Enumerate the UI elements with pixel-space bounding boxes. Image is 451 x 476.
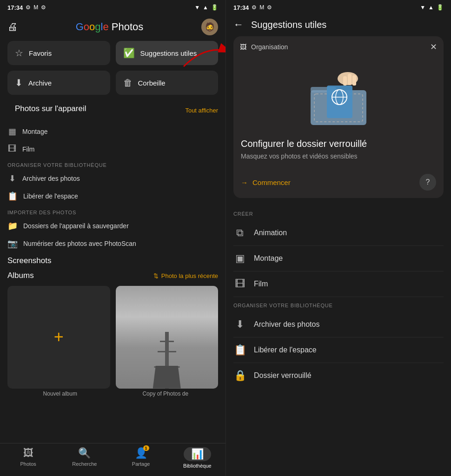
status-bar-right: 17:34 ⚙ M ⚙ ▼ ▲ 🔋 [226,0,451,15]
lock-icon: 🔒 [233,370,246,382]
right-content: CRÉER ⧉ Animation ▣ Montage 🎞 Film ORGAN… [226,205,451,476]
liberer-item[interactable]: 📋 Libérer de l'espace [0,187,226,205]
action-label: Commencer [252,178,291,186]
nav-photos[interactable]: 🖼 Photos [0,447,56,469]
albums-grid: + [7,286,218,389]
left-panel: 17:34 ⚙ M ⚙ ▼ ▲ 🔋 🖨 Google Photos 🧔 ☆ Fa… [0,0,226,476]
signal-icon: ▲ [203,4,208,11]
screenshots-label: Screenshots [0,252,226,271]
close-card-button[interactable]: ✕ [430,42,437,52]
right-panel: 17:34 ⚙ M ⚙ ▼ ▲ 🔋 ← Suggestions utiles 🖼… [226,0,451,476]
copy-album-label: Copy of Photos de [113,390,219,397]
partage-badge: 1 [143,445,149,451]
archive-icon: ⬇ [15,77,23,88]
star-icon: ☆ [15,47,23,59]
film-right-item[interactable]: 🎞 Film [233,271,444,297]
numeriser-icon: 📷 [7,238,18,249]
card-category: 🖼 Organisation [240,43,288,51]
archiver-icon: ⬇ [233,318,246,331]
sort-button[interactable]: ⇅ Photo la plus récente [153,272,218,279]
organise-label: ORGANISER VOTRE BIBLIOTHÈQUE [0,158,226,170]
time-left: 17:34 [7,4,23,11]
albums-title: Albums [7,271,34,280]
archiver-photos-item[interactable]: ⬇ Archiver des photos [233,312,444,337]
show-all-link[interactable]: Tout afficher [185,107,218,114]
help-button[interactable]: ? [419,174,436,191]
liberer-icon: 📋 [7,191,18,201]
montage-icon: ▦ [7,126,17,137]
card-title: Configurer le dossier verrouillé [241,138,436,150]
menu-icon[interactable]: 🖨 [7,21,18,33]
right-page-title: Suggestions utiles [251,20,326,30]
r-gmail-icon: M [259,4,264,11]
folder-illustration [301,65,376,125]
liberer-espace-icon: 📋 [233,344,246,356]
r-wifi-icon: ▼ [420,4,425,11]
montage-right-item[interactable]: ▣ Montage [233,246,444,271]
album-labels: Nouvel album Copy of Photos de [0,389,226,397]
suggestion-card: 🖼 Organisation ✕ [233,36,444,198]
add-album-icon: + [54,327,64,347]
suggestions-icon: ✅ [123,47,135,59]
avatar[interactable]: 🧔 [201,19,218,35]
albums-header: Albums ⇅ Photo la plus récente [7,271,218,280]
archive-photos-icon: ⬇ [7,173,17,184]
status-bar-left: 17:34 ⚙ M ⚙ ▼ ▲ 🔋 [0,0,226,15]
nav-partage[interactable]: 👤 1 Partage [113,447,169,469]
eiffel-album-card[interactable] [116,286,219,389]
organise-section-label: ORGANISER VOTRE BIBLIOTHÈQUE [233,297,444,312]
back-button[interactable]: ← [233,19,244,31]
liberer-espace-item[interactable]: 📋 Libérer de l'espace [233,337,444,363]
new-album-card[interactable]: + [7,286,110,389]
search-nav-icon: 🔍 [78,447,91,459]
wifi-icon: ▼ [194,4,200,11]
photos-nav-icon: 🖼 [23,447,33,459]
corbeille-button[interactable]: 🗑 Corbeille [116,71,219,95]
sort-label: Photo la plus récente [161,272,218,279]
favoris-button[interactable]: ☆ Favoris [7,41,110,65]
dossiers-icon: 📁 [7,221,18,231]
app-title: Google Photos [76,21,144,33]
animation-icon: ⧉ [233,227,246,239]
film-right-icon: 🎞 [233,278,246,290]
device-photos-header: Photos sur l'appareil Tout afficher [0,102,226,123]
app-header: 🖨 Google Photos 🧔 [0,15,226,41]
organisation-label: Organisation [251,43,288,51]
archive-button[interactable]: ⬇ Archive [7,71,110,95]
montage-item[interactable]: ▦ Montage [0,123,226,140]
commencer-button[interactable]: → Commencer [241,178,291,186]
dossier-verrouille-item[interactable]: 🔒 Dossier verrouillé [233,363,444,388]
nav-recherche[interactable]: 🔍 Recherche [56,447,113,469]
r-battery-icon: 🔋 [437,4,444,11]
film-item[interactable]: 🎞 Film [0,140,226,158]
battery-icon: 🔋 [211,4,218,11]
card-footer: → Commencer ? [233,174,444,198]
svg-rect-9 [343,76,347,86]
card-body: Configurer le dossier verrouillé Masquez… [233,132,444,174]
system-icon: ⚙ [41,4,46,11]
device-photos-title: Photos sur l'appareil [7,102,94,118]
quick-access-wrapper: ☆ Favoris ✅ Suggestions utiles ⬇ Archive… [0,41,226,102]
card-illustration [233,58,444,132]
nav-bibliotheque[interactable]: 📊 Bibliothèque [169,447,226,469]
sort-icon: ⇅ [153,272,159,279]
animation-item[interactable]: ⧉ Animation [233,220,444,246]
create-section-label: CRÉER [233,205,444,220]
library-nav-icon: 📊 [184,447,211,461]
svg-rect-10 [348,74,352,85]
numeriser-item[interactable]: 📷 Numériser des photos avec PhotoScan [0,235,226,252]
right-app-header: ← Suggestions utiles [226,15,451,36]
dossiers-item[interactable]: 📁 Dossiers de l'appareil à sauvegarder [0,217,226,235]
organisation-icon: 🖼 [240,43,246,51]
quick-access-grid: ☆ Favoris ✅ Suggestions utiles ⬇ Archive… [0,41,226,102]
svg-rect-4 [327,86,352,118]
settings-icon: ⚙ [26,4,31,11]
import-label: IMPORTER DES PHOTOS [0,205,226,217]
action-arrow-icon: → [241,178,248,186]
card-header: 🖼 Organisation ✕ [233,36,444,58]
r-system-icon: ⚙ [267,4,272,11]
time-right: 17:34 [233,4,249,11]
svg-rect-11 [352,75,356,86]
archive-photos-item[interactable]: ⬇ Archiver des photos [0,170,226,187]
suggestions-button[interactable]: ✅ Suggestions utiles [116,41,219,65]
